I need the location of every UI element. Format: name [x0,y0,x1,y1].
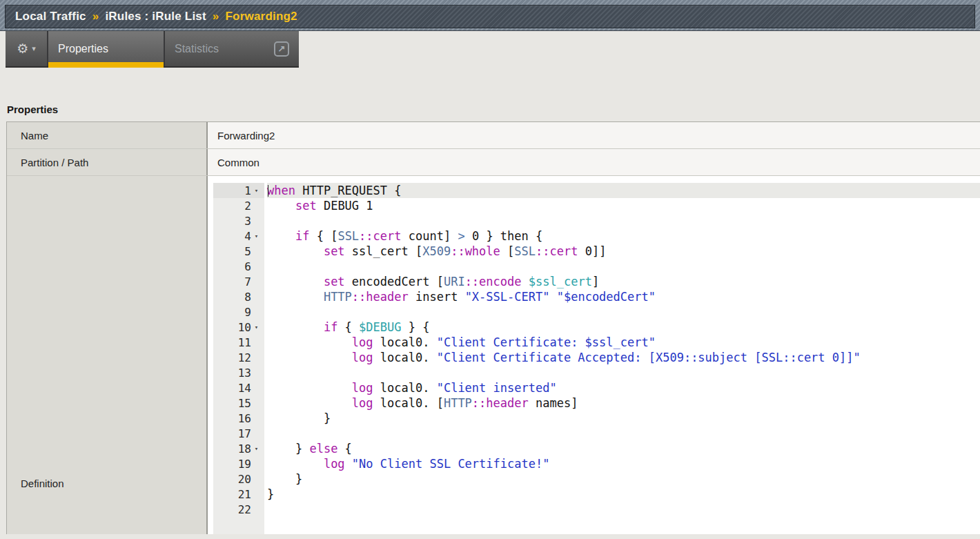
line-number: 5 [213,244,264,259]
code-line[interactable]: when HTTP_REQUEST { [267,183,980,198]
line-number: 7 [213,274,264,289]
name-row-value: Forwarding2 [208,122,980,148]
line-number: 13 [213,365,264,380]
header-band: Local Traffic » iRules : iRule List » Fo… [0,0,980,31]
fold-arrow-icon[interactable]: ▾ [251,187,262,194]
tab-statistics[interactable]: Statistics ↗ [165,31,296,66]
code-line[interactable]: set encodedCert [URI::encode $ssl_cert] [267,274,980,289]
breadcrumb-subsection[interactable]: iRules : iRule List [105,10,206,23]
line-number: 9 [213,304,264,320]
code-line[interactable]: set DEBUG 1 [267,198,980,213]
text-cursor [268,185,268,197]
code-line[interactable]: log "No Client SSL Certificate!" [267,456,980,471]
line-number: 6 [213,259,264,274]
properties-table: Name Forwarding2 Partition / Path Common… [6,121,980,534]
line-number: 21 [213,487,264,502]
breadcrumb-separator-icon: » [92,10,99,23]
line-number[interactable]: 10▾ [213,320,264,335]
code-line[interactable]: log local0. "Client inserted" [267,380,980,395]
line-number[interactable]: 4▾ [213,228,264,244]
code-line[interactable] [267,426,980,441]
code-line[interactable]: HTTP::header insert "X-SSL-CERT" "$encod… [267,289,980,304]
line-number: 22 [213,502,264,517]
line-number: 15 [213,395,264,411]
chevron-down-icon: ▾ [32,45,36,52]
code-line[interactable]: if { $DEBUG } { [267,320,980,335]
line-number: 12 [213,350,264,365]
code-line[interactable]: log local0. "Client Certificate Accepted… [267,350,980,365]
code-line[interactable]: log local0. [HTTP::header names] [267,395,980,411]
code-line[interactable]: } [267,487,980,502]
line-numbers: 1▾234▾5678910▾1112131415161718▾19202122 [213,183,264,534]
line-number: 3 [213,213,264,228]
code-line[interactable]: if { [SSL::cert count] > 0 } then { [267,228,980,244]
fold-arrow-icon[interactable]: ▾ [251,324,262,331]
code-line[interactable] [267,213,980,228]
active-tab-underline [48,62,164,68]
external-link-icon: ↗ [274,41,289,57]
code-line[interactable]: log local0. "Client Certificate: $ssl_ce… [267,335,980,350]
fold-arrow-icon[interactable]: ▾ [251,233,262,239]
gear-icon: ⚙ [17,42,28,55]
line-number[interactable]: 1▾ [213,183,264,198]
tab-statistics-label: Statistics [175,43,219,55]
table-row: Definition 1▾234▾5678910▾111213141516171… [7,176,980,534]
fold-arrow-icon[interactable]: ▾ [251,445,262,452]
settings-menu-button[interactable]: ⚙ ▾ [6,31,48,66]
line-number: 2 [213,198,264,213]
breadcrumb-section[interactable]: Local Traffic [15,10,86,23]
name-row-label: Name [7,122,208,148]
breadcrumb-current-page: Forwarding2 [226,10,297,23]
partition-row-value: Common [208,149,980,175]
code-content[interactable]: when HTTP_REQUEST { set DEBUG 1 if { [SS… [264,183,980,534]
code-line[interactable] [267,502,980,517]
line-number: 17 [213,426,264,441]
line-number: 14 [213,380,264,395]
table-row: Name Forwarding2 [7,122,980,149]
tab-properties-label: Properties [58,43,108,55]
definition-row-value: 1▾234▾5678910▾1112131415161718▾19202122 … [208,176,980,534]
definition-row-label: Definition [7,176,208,534]
tab-properties[interactable]: Properties [48,31,165,66]
line-number[interactable]: 18▾ [213,441,264,456]
code-line[interactable] [267,304,980,320]
code-line[interactable] [267,259,980,274]
line-number: 16 [213,411,264,426]
line-number: 19 [213,456,264,471]
tab-bar: ⚙ ▾ Properties Statistics ↗ [6,31,299,68]
editor-gutter: 1▾234▾5678910▾1112131415161718▾19202122 [208,183,264,534]
breadcrumb: Local Traffic » iRules : iRule List » Fo… [5,5,975,28]
code-line[interactable]: } else { [267,441,980,456]
code-line[interactable]: } [267,471,980,487]
line-number: 20 [213,471,264,487]
section-title: Properties [7,104,980,115]
table-row: Partition / Path Common [7,149,980,176]
line-number: 11 [213,335,264,350]
code-editor[interactable]: 1▾234▾5678910▾1112131415161718▾19202122 … [208,176,980,534]
code-line[interactable]: } [267,411,980,426]
partition-row-label: Partition / Path [7,149,208,175]
line-number: 8 [213,289,264,304]
code-line[interactable]: set ssl_cert [X509::whole [SSL::cert 0]] [267,244,980,259]
breadcrumb-separator-icon: » [213,10,219,23]
code-line[interactable] [267,365,980,380]
